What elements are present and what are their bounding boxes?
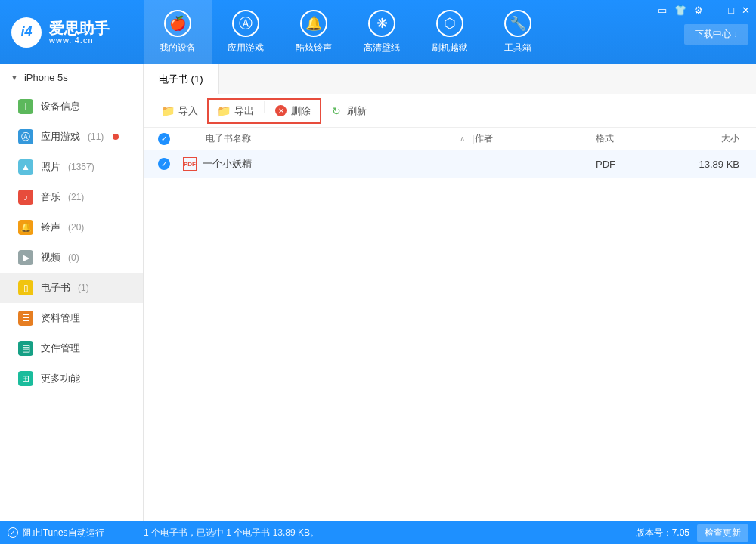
check-icon: ✓ (158, 133, 170, 145)
nav-label: 高清壁纸 (364, 42, 400, 54)
version-label: 版本号：7.05 (636, 527, 689, 539)
check-icon: ✓ (158, 158, 170, 170)
refresh-button[interactable]: ↻ 刷新 (321, 100, 376, 122)
app-header: i4 爱思助手 www.i4.cn 🍎 我的设备 Ⓐ 应用游戏 🔔 酷炫铃声 ❋… (0, 0, 756, 64)
select-all-checkbox[interactable]: ✓ (153, 133, 175, 145)
sidebar-item-apps[interactable]: Ⓐ 应用游戏 (11) (0, 122, 143, 152)
column-label: 电子书名称 (206, 132, 251, 145)
count-badge: (1) (78, 283, 89, 293)
sidebar-item-label: 电子书 (41, 281, 70, 295)
minimize-icon[interactable]: — (711, 5, 720, 16)
nav-jailbreak[interactable]: ⬡ 刷机越狱 (416, 0, 484, 64)
logo-text: 爱思助手 www.i4.cn (49, 20, 110, 45)
refresh-icon: ↻ (330, 105, 342, 117)
highlight-annotation: 📁 导出 | ✕ 删除 (207, 98, 321, 124)
device-selector[interactable]: ▼ iPhone 5s (0, 64, 143, 91)
row-checkbox[interactable]: ✓ (153, 158, 175, 170)
sidebar-item-label: 资料管理 (41, 311, 80, 325)
export-button[interactable]: 📁 导出 (209, 100, 263, 122)
sort-asc-icon: ∧ (460, 134, 465, 143)
nav-toolbox[interactable]: 🔧 工具箱 (484, 0, 552, 64)
sidebar-item-data[interactable]: ☰ 资料管理 (0, 303, 143, 333)
download-center-button[interactable]: 下载中心 ↓ (684, 24, 748, 45)
main-content: 电子书 (1) 📁 导入 📁 导出 | ✕ 删除 ↻ 刷新 (144, 64, 756, 521)
sidebar-item-ringtones[interactable]: 🔔 铃声 (20) (0, 212, 143, 243)
sidebar-item-video[interactable]: ▶ 视频 (0) (0, 243, 143, 273)
count-badge: (21) (68, 192, 84, 202)
wrench-icon: 🔧 (504, 10, 531, 37)
sidebar-item-music[interactable]: ♪ 音乐 (21) (0, 182, 143, 212)
itunes-label: 阻止iTunes自动运行 (23, 527, 104, 539)
app-url: www.i4.cn (49, 36, 110, 45)
box-icon: ⬡ (436, 10, 463, 37)
feedback-icon[interactable]: ▭ (658, 5, 667, 16)
sidebar-item-device-info[interactable]: i 设备信息 (0, 91, 143, 122)
tab-bar: 电子书 (1) (144, 64, 756, 94)
nav-label: 应用游戏 (228, 42, 264, 54)
bell-icon: 🔔 (18, 220, 33, 235)
window-controls: ▭ 👕 ⚙ — □ ✕ (658, 5, 750, 16)
count-badge: (0) (68, 252, 79, 263)
photo-icon: ▲ (18, 159, 33, 175)
grid-icon: ⊞ (18, 371, 33, 386)
column-format[interactable]: 格式 (596, 132, 679, 145)
delete-button[interactable]: ✕ 删除 (266, 100, 320, 122)
wallpaper-icon: ❋ (368, 10, 395, 37)
chevron-down-icon: ▼ (11, 73, 18, 82)
column-name[interactable]: 电子书名称 ∧ | (175, 132, 475, 145)
maximize-icon[interactable]: □ (728, 5, 734, 16)
app-title: 爱思助手 (49, 20, 110, 36)
music-icon: ♪ (18, 190, 33, 205)
sidebar-item-label: 音乐 (41, 190, 60, 204)
sidebar: ▼ iPhone 5s i 设备信息 Ⓐ 应用游戏 (11) ▲ 照片 (135… (0, 64, 144, 521)
row-format-cell: PDF (596, 159, 679, 170)
column-author[interactable]: 作者 (475, 132, 596, 145)
itunes-block-toggle[interactable]: ✓ 阻止iTunes自动运行 (8, 527, 144, 539)
check-update-button[interactable]: 检查更新 (697, 524, 748, 542)
sidebar-item-files[interactable]: ▤ 文件管理 (0, 333, 143, 363)
data-icon: ☰ (18, 311, 33, 326)
logo-icon: i4 (11, 17, 42, 48)
nav-ringtones[interactable]: 🔔 酷炫铃声 (280, 0, 348, 64)
close-icon[interactable]: ✕ (742, 5, 750, 16)
nav-my-device[interactable]: 🍎 我的设备 (144, 0, 212, 64)
status-bar: ✓ 阻止iTunes自动运行 1 个电子书，已选中 1 个电子书 13.89 K… (0, 521, 756, 544)
settings-icon[interactable]: ⚙ (694, 5, 703, 16)
count-badge: (11) (88, 131, 104, 142)
sidebar-item-label: 文件管理 (41, 342, 80, 355)
notification-dot-icon (113, 134, 119, 140)
count-badge: (20) (68, 222, 84, 233)
bell-icon: 🔔 (300, 10, 327, 37)
info-icon: i (18, 99, 33, 114)
sidebar-item-more[interactable]: ⊞ 更多功能 (0, 363, 143, 394)
button-label: 删除 (291, 104, 311, 118)
count-badge: (1357) (68, 162, 94, 172)
table-row[interactable]: ✓ PDF 一个小妖精 PDF 13.89 KB (144, 150, 756, 178)
sidebar-item-photos[interactable]: ▲ 照片 (1357) (0, 152, 143, 182)
sidebar-item-label: 设备信息 (41, 100, 80, 113)
nav-apps[interactable]: Ⓐ 应用游戏 (212, 0, 280, 64)
toolbar: 📁 导入 📁 导出 | ✕ 删除 ↻ 刷新 (144, 94, 756, 128)
sidebar-item-label: 铃声 (41, 221, 60, 234)
sidebar-item-ebooks[interactable]: ▯ 电子书 (1) (0, 273, 143, 303)
video-icon: ▶ (18, 250, 33, 265)
file-icon: ▤ (18, 341, 33, 356)
button-label: 导出 (234, 104, 254, 118)
logo-area: i4 爱思助手 www.i4.cn (0, 0, 144, 64)
import-button[interactable]: 📁 导入 (153, 100, 207, 122)
skin-icon[interactable]: 👕 (674, 5, 686, 16)
column-size[interactable]: 大小 (679, 132, 747, 145)
nav-label: 酷炫铃声 (296, 42, 332, 54)
folder-in-icon: 📁 (162, 105, 174, 117)
body: ▼ iPhone 5s i 设备信息 Ⓐ 应用游戏 (11) ▲ 照片 (135… (0, 64, 756, 521)
check-circle-icon: ✓ (8, 527, 18, 538)
nav-wallpaper[interactable]: ❋ 高清壁纸 (348, 0, 416, 64)
sidebar-item-label: 照片 (41, 160, 60, 174)
sidebar-item-label: 更多功能 (41, 372, 80, 385)
row-name-cell: PDF 一个小妖精 (175, 157, 475, 171)
footer-right: 版本号：7.05 检查更新 (636, 524, 748, 542)
nav-tabs: 🍎 我的设备 Ⓐ 应用游戏 🔔 酷炫铃声 ❋ 高清壁纸 ⬡ 刷机越狱 🔧 工具箱 (144, 0, 552, 64)
nav-label: 刷机越狱 (432, 42, 468, 54)
tab-ebooks[interactable]: 电子书 (1) (144, 64, 219, 94)
device-name: iPhone 5s (24, 72, 68, 83)
